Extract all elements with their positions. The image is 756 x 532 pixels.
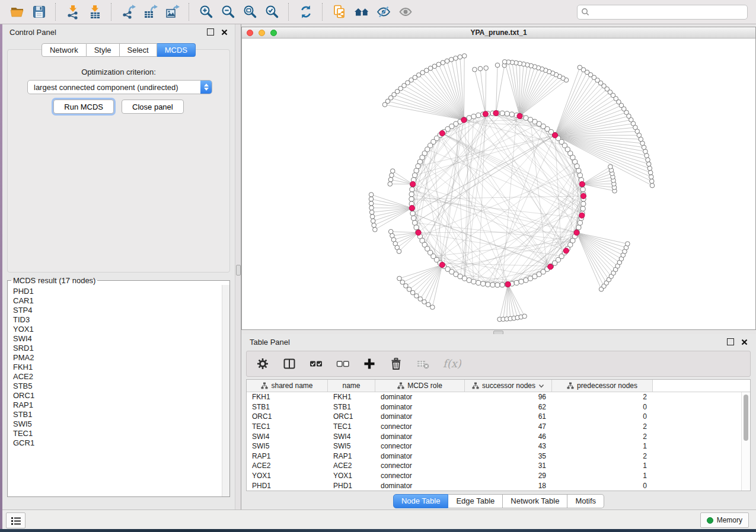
leaf-node[interactable] xyxy=(522,314,527,319)
cell-name[interactable]: STB1 xyxy=(328,403,375,411)
cell-mcds_role[interactable]: connector xyxy=(375,472,465,480)
mcds-node[interactable] xyxy=(505,281,511,287)
cell-successor_nodes[interactable]: 18 xyxy=(465,482,552,490)
table-scrollbar[interactable] xyxy=(741,392,750,491)
leaf-node[interactable] xyxy=(369,201,374,206)
ring-node[interactable] xyxy=(509,112,514,117)
cell-predecessor_nodes[interactable]: 2 xyxy=(552,432,653,441)
cell-successor_nodes[interactable]: 35 xyxy=(465,452,552,460)
ring-node[interactable] xyxy=(412,216,416,220)
cell-name[interactable]: FKH1 xyxy=(328,393,375,401)
cell-name[interactable]: RAP1 xyxy=(328,452,375,460)
close-panel-icon[interactable] xyxy=(221,29,228,36)
run-mcds-button[interactable]: Run MCDS xyxy=(53,100,114,114)
ring-node[interactable] xyxy=(471,114,476,119)
leaf-node[interactable] xyxy=(650,183,655,188)
leaf-node[interactable] xyxy=(484,66,489,70)
ring-node[interactable] xyxy=(500,111,505,116)
table-row-PHD1[interactable]: PHD1PHD1dominator180 xyxy=(247,480,742,491)
leaf-node[interactable] xyxy=(422,300,427,305)
table-row-RAP1[interactable]: RAP1RAP1dominator352 xyxy=(247,451,742,462)
cell-shared_name[interactable]: RAP1 xyxy=(247,452,328,460)
leaf-node[interactable] xyxy=(458,55,462,59)
cell-successor_nodes[interactable]: 96 xyxy=(465,393,552,401)
cell-successor_nodes[interactable]: 61 xyxy=(465,412,552,421)
ring-node[interactable] xyxy=(416,164,420,168)
task-history-button[interactable] xyxy=(6,512,25,528)
cell-shared_name[interactable]: PHD1 xyxy=(247,482,328,490)
ring-node[interactable] xyxy=(500,283,505,287)
mcds-result-item[interactable]: STP4 xyxy=(13,306,222,315)
leaf-node[interactable] xyxy=(390,169,395,174)
tab-network[interactable]: Network xyxy=(42,43,87,57)
save-session-icon[interactable] xyxy=(30,3,48,21)
ring-node[interactable] xyxy=(578,173,582,178)
cell-shared_name[interactable]: YOX1 xyxy=(247,472,328,480)
mcds-node[interactable] xyxy=(416,230,421,235)
clone-network-icon[interactable] xyxy=(330,3,349,21)
mcds-node[interactable] xyxy=(439,130,445,136)
column-header-MCDS-role[interactable]: MCDS role xyxy=(375,380,465,392)
leaf-node[interactable] xyxy=(388,177,393,182)
leaf-node[interactable] xyxy=(649,175,654,180)
cell-successor_nodes[interactable]: 31 xyxy=(465,462,552,470)
mcds-result-scrollbar[interactable] xyxy=(222,285,229,496)
mcds-result-item[interactable]: STB1 xyxy=(13,410,222,419)
table-row-TEC1[interactable]: TEC1TEC1connector472 xyxy=(247,422,742,432)
ring-node[interactable] xyxy=(467,278,471,283)
column-header-predecessor-nodes[interactable]: predecessor nodes xyxy=(552,380,653,392)
ring-node[interactable] xyxy=(413,220,417,225)
tab-network-table[interactable]: Network Table xyxy=(503,494,567,508)
ring-node[interactable] xyxy=(476,113,481,118)
cell-successor_nodes[interactable]: 46 xyxy=(465,432,552,441)
tab-select[interactable]: Select xyxy=(120,43,157,57)
mcds-result-item[interactable]: FKH1 xyxy=(13,363,222,372)
ring-node[interactable] xyxy=(578,220,582,225)
cell-shared_name[interactable]: STB1 xyxy=(247,403,328,411)
ring-node[interactable] xyxy=(462,276,467,281)
ring-node[interactable] xyxy=(580,206,585,211)
mcds-node[interactable] xyxy=(461,117,467,123)
ring-node[interactable] xyxy=(528,117,532,122)
ring-node[interactable] xyxy=(413,173,417,178)
leaf-node[interactable] xyxy=(648,171,653,175)
cell-name[interactable]: YOX1 xyxy=(328,472,375,480)
leaf-node[interactable] xyxy=(473,68,477,72)
ring-node[interactable] xyxy=(409,197,414,201)
leaf-node[interactable] xyxy=(397,249,401,254)
tab-mcds[interactable]: MCDS xyxy=(157,43,196,57)
table-row-SWI5[interactable]: SWI5SWI5connector431 xyxy=(247,441,742,451)
cell-name[interactable]: ORC1 xyxy=(328,412,375,421)
cell-mcds_role[interactable]: connector xyxy=(375,442,465,450)
export-image-icon[interactable] xyxy=(163,3,181,21)
apply-refresh-icon[interactable] xyxy=(296,3,315,21)
tab-node-table[interactable]: Node Table xyxy=(393,494,449,508)
ring-node[interactable] xyxy=(581,201,586,206)
ring-node[interactable] xyxy=(409,192,414,197)
table-row-ACE2[interactable]: ACE2ACE2connector311 xyxy=(247,461,742,471)
close-window-icon[interactable] xyxy=(247,30,253,36)
leaf-node[interactable] xyxy=(407,287,412,292)
mcds-node[interactable] xyxy=(579,213,585,218)
table-row-SWI4[interactable]: SWI4SWI4dominator462 xyxy=(247,431,742,441)
leaf-node[interactable] xyxy=(390,173,394,178)
mcds-node[interactable] xyxy=(493,110,499,116)
leaf-node[interactable] xyxy=(449,57,454,62)
leaf-node[interactable] xyxy=(608,165,613,169)
leaf-node[interactable] xyxy=(397,276,402,281)
cell-predecessor_nodes[interactable]: 2 xyxy=(552,422,653,431)
ring-node[interactable] xyxy=(576,225,581,230)
cell-predecessor_nodes[interactable]: 1 xyxy=(552,442,653,450)
table-scrollbar-thumb[interactable] xyxy=(744,395,748,441)
leaf-node[interactable] xyxy=(645,153,649,158)
zoom-fit-icon[interactable] xyxy=(241,3,259,21)
leaf-node[interactable] xyxy=(410,290,415,295)
column-header-successor-nodes[interactable]: successor nodes xyxy=(465,380,552,392)
mcds-node[interactable] xyxy=(548,264,553,270)
hide-selected-eye-icon[interactable] xyxy=(374,3,393,21)
mcds-result-item[interactable]: CAR1 xyxy=(13,296,222,306)
cell-successor_nodes[interactable]: 62 xyxy=(465,403,552,411)
leaf-node[interactable] xyxy=(626,242,630,246)
cell-predecessor_nodes[interactable]: 2 xyxy=(552,452,653,460)
tab-edge-table[interactable]: Edge Table xyxy=(448,494,503,508)
